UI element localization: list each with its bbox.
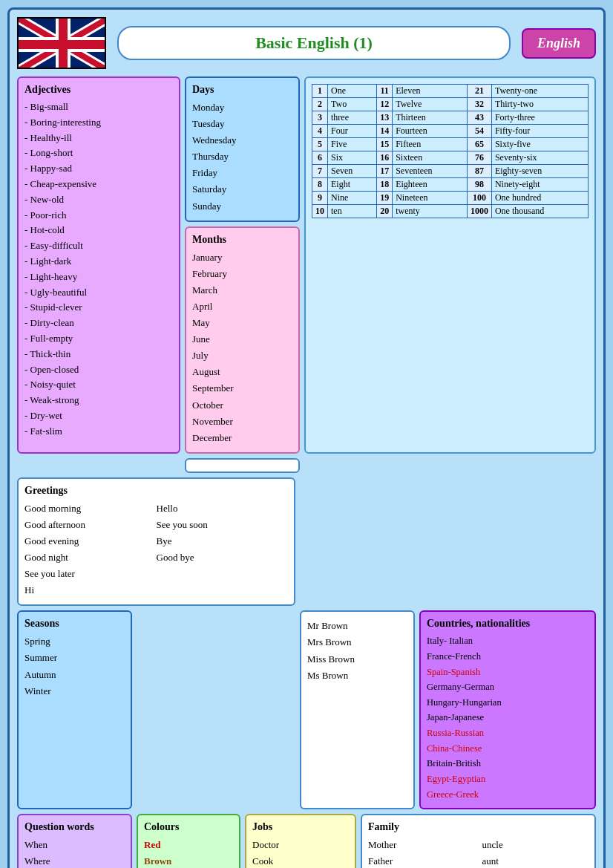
- table-row: 6Six16Sixteen76Seventy-six: [312, 151, 589, 165]
- list-item: October: [192, 397, 292, 414]
- list-item: Good evening: [24, 533, 157, 549]
- list-item: Tuesday: [192, 116, 292, 132]
- days-title: Days: [192, 84, 292, 96]
- seasons-title: Seasons: [24, 618, 125, 630]
- names-box: Mr Brown Mrs Brown Miss Brown Ms Brown: [300, 610, 415, 809]
- list-item: Red: [144, 837, 233, 853]
- list-item: Britain-British: [427, 756, 589, 771]
- list-item: Hello: [157, 500, 289, 517]
- names-list: Mr Brown Mrs Brown Miss Brown Ms Brown: [307, 618, 407, 683]
- table-row: 3three13Thirteen43Forty-three: [312, 111, 589, 125]
- list-item: Good morning: [24, 500, 157, 517]
- list-item: Stupid-clever: [24, 300, 173, 316]
- greetings-box: [185, 458, 300, 473]
- days-list: Monday Tuesday Wednesday Thursday Friday…: [192, 99, 292, 215]
- question-words-title: Question words: [24, 821, 125, 833]
- colours-box: Colours Red Brown Black Yellow Orange Gr…: [137, 814, 240, 868]
- list-item: April: [192, 298, 292, 315]
- list-item: Sunday: [192, 198, 292, 215]
- list-item: Friday: [192, 165, 292, 181]
- jobs-list: Doctor Cook Painter Waiter Waitress Acto…: [252, 837, 349, 868]
- table-row: 7Seven17Seventeen87Eighty-seven: [312, 165, 589, 178]
- colours-title: Colours: [144, 821, 233, 833]
- list-item: September: [192, 380, 292, 397]
- table-row: 4Four14Fourteen54Fifty-four: [312, 125, 589, 138]
- list-item: Monday: [192, 99, 292, 116]
- list-item: January: [192, 249, 292, 266]
- list-item: Dry-wet: [24, 408, 173, 424]
- numbers-table: 1One11Eleven21Twenty-one 2Two12Twelve32T…: [312, 84, 589, 218]
- list-item: March: [192, 282, 292, 298]
- greetings-content: Good morning Good afternoon Good evening…: [24, 500, 288, 599]
- list-item: France-French: [427, 649, 589, 665]
- list-item: Saturday: [192, 181, 292, 198]
- svg-rect-8: [19, 40, 106, 49]
- table-row: 10ten20twenty1000One thousand: [312, 205, 589, 218]
- list-item: New-old: [24, 192, 173, 208]
- list-item: Father: [368, 853, 475, 868]
- table-row: 8Eight18Eighteen98Ninety-eight: [312, 178, 589, 192]
- nationalities-list: Italy- Italian France-French Spain-Spani…: [427, 633, 589, 802]
- list-item: Dirty-clean: [24, 316, 173, 331]
- list-item: Good afternoon: [24, 517, 157, 533]
- question-words-list: When Where Why What Who Whose Which How …: [24, 837, 125, 868]
- title-box: Basic English (1): [117, 26, 511, 60]
- list-item: Cheap-expensive: [24, 177, 173, 192]
- table-row: 9Nine19Nineteen100One hundred: [312, 192, 589, 205]
- list-item: Mr Brown: [307, 618, 407, 634]
- list-item: Summer: [24, 650, 125, 666]
- list-item: When: [24, 837, 125, 853]
- list-item: Miss Brown: [307, 651, 407, 668]
- greetings-title: Greetings: [24, 485, 288, 497]
- page-title: Basic English (1): [255, 33, 373, 52]
- table-row: 2Two12Twelve32Thirty-two: [312, 98, 589, 111]
- list-item: December: [192, 430, 292, 446]
- list-item: Happy-sad: [24, 161, 173, 177]
- table-row: 5Five15Fifteen65Sixty-five: [312, 138, 589, 151]
- list-item: Weak-strong: [24, 393, 173, 408]
- list-item: Autumn: [24, 667, 125, 683]
- list-item: Ugly-beautiful: [24, 285, 173, 301]
- family-right: uncle aunt cousin nephew niece brother-i…: [482, 837, 589, 868]
- list-item: uncle: [482, 837, 589, 853]
- page: Basic English (1) English Adjectives Big…: [7, 7, 606, 868]
- list-item: Wednesday: [192, 132, 292, 149]
- greetings-left: Good morning Good afternoon Good evening…: [24, 500, 157, 599]
- days-box: Days Monday Tuesday Wednesday Thursday F…: [185, 76, 300, 222]
- list-item: Cook: [252, 853, 349, 868]
- nationalities-box: Countries, nationalities Italy- Italian …: [419, 610, 596, 809]
- months-box: Months January February March April May …: [185, 226, 300, 454]
- list-item: Fat-slim: [24, 424, 173, 440]
- family-content: Mother Father Child Children Sister Brot…: [368, 837, 589, 868]
- list-item: Good night: [24, 549, 157, 566]
- list-item: July: [192, 347, 292, 364]
- list-item: Boring-interesting: [24, 115, 173, 131]
- family-title: Family: [368, 821, 589, 833]
- list-item: Big-small: [24, 99, 173, 115]
- list-item: Greece-Greek: [427, 787, 589, 803]
- adjectives-box: Adjectives Big-small Boring-interesting …: [17, 76, 180, 454]
- list-item: February: [192, 266, 292, 282]
- list-item: Mrs Brown: [307, 634, 407, 650]
- uk-flag: [17, 17, 106, 69]
- colours-list: Red Brown Black Yellow Orange Green Blue…: [144, 837, 233, 868]
- list-item: Easy-difficult: [24, 238, 173, 254]
- list-item: Doctor: [252, 837, 349, 853]
- family-box: Family Mother Father Child Children Sist…: [361, 814, 596, 868]
- list-item: Winter: [24, 683, 125, 699]
- question-words-box: Question words When Where Why What Who W…: [17, 814, 132, 868]
- table-row: 1One11Eleven21Twenty-one: [312, 85, 589, 98]
- list-item: Mother: [368, 837, 475, 853]
- list-item: Russia-Russian: [427, 725, 589, 741]
- numbers-box: 1One11Eleven21Twenty-one 2Two12Twelve32T…: [304, 76, 596, 454]
- list-item: Hungary-Hungarian: [427, 695, 589, 711]
- list-item: Good bye: [157, 549, 289, 566]
- list-item: Germany-German: [427, 679, 589, 695]
- list-item: Light-dark: [24, 254, 173, 270]
- greetings-box: Greetings Good morning Good afternoon Go…: [17, 477, 295, 607]
- list-item: August: [192, 364, 292, 380]
- list-item: Italy- Italian: [427, 633, 589, 649]
- list-item: May: [192, 315, 292, 331]
- list-item: See you later: [24, 566, 157, 582]
- list-item: Long-short: [24, 146, 173, 161]
